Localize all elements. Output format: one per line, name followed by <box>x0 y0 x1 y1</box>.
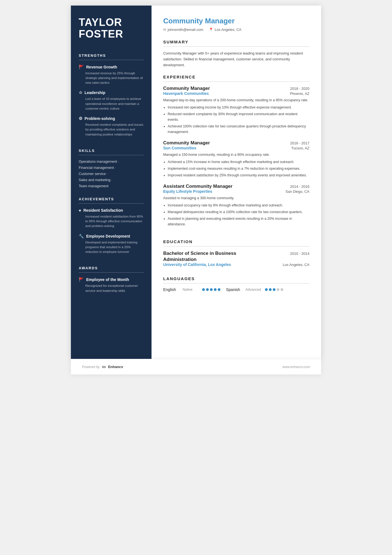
language-item: English Native <box>163 287 220 292</box>
experience-title: EXPERIENCE <box>163 75 309 79</box>
dot <box>202 288 205 291</box>
awards-list: 🚩 Employee of the Month Recognized for e… <box>79 277 144 293</box>
skills-title: SKILLS <box>79 149 144 153</box>
skill-item: Operations management · <box>79 160 144 164</box>
location-text: Los Angeles, CA <box>215 28 241 32</box>
exp-location: Tucson, AZ <box>291 146 309 150</box>
exp-bullets: Achieved a 15% increase in home sales th… <box>163 159 309 178</box>
skill-item: Sales and marketing · <box>79 178 144 182</box>
exp-dates: 2018 - 2020 <box>290 87 309 91</box>
email-contact: ✉ johnsmith@email.com <box>163 28 203 32</box>
experience-section: EXPERIENCE Community Manager 2018 - 2020… <box>163 75 309 233</box>
footer-left: Powered by ∞ Enhancv <box>82 364 123 370</box>
job-title: Community Manager <box>163 17 309 25</box>
strength-desc: Increased revenue by 25% through strateg… <box>79 71 144 85</box>
exp-job-title: Assistant Community Manager <box>163 184 232 189</box>
main-header: Community Manager ✉ johnsmith@email.com … <box>163 17 309 32</box>
candidate-name: TAYLOR FOSTER <box>79 17 144 40</box>
dot <box>265 288 268 291</box>
location-icon: 📍 <box>209 28 213 32</box>
edu-degree: Bachelor of Science in Business Administ… <box>163 250 258 262</box>
footer-website: www.enhancv.com <box>282 365 310 369</box>
lang-level: Native <box>183 288 199 292</box>
lang-name: English <box>163 287 180 292</box>
exp-company: Equity Lifestyle Properties <box>163 189 212 194</box>
exp-job-title: Community Manager <box>163 140 210 146</box>
edu-school: University of California, Los Angeles <box>163 262 231 267</box>
strength-title: Leadership <box>85 90 105 95</box>
strength-title: Problem-solving <box>85 116 115 121</box>
skill-item: Team management <box>79 184 144 188</box>
strength-title: Revenue Growth <box>86 65 117 69</box>
strengths-section: STRENGTHS 🚩 Revenue Growth Increased rev… <box>79 53 144 142</box>
lang-level: Advanced <box>245 288 262 292</box>
gear-icon: ⚙ <box>79 116 82 121</box>
dot <box>269 288 272 291</box>
experience-item: Community Manager 2018 - 2020 Havenpark … <box>163 86 309 135</box>
summary-section: SUMMARY Community Manager with 5+ years … <box>163 40 309 68</box>
education-title: EDUCATION <box>163 239 309 244</box>
strength-item: ☆ Leadership Led a team of 10 employees … <box>79 90 144 111</box>
exp-location: San Diego, CA <box>286 189 309 194</box>
award-title: Employee of the Month <box>86 277 129 282</box>
exp-desc: Managed a 150-home community, resulting … <box>163 152 309 157</box>
bullet-item: Increased occupancy rate by 8% through e… <box>168 203 309 208</box>
exp-bullets: Increased occupancy rate by 8% through e… <box>163 203 309 227</box>
experience-item: Assistant Community Manager 2014 - 2016 … <box>163 184 309 227</box>
strength-item: 🚩 Revenue Growth Increased revenue by 25… <box>79 65 144 85</box>
bullet-item: Improved resident satisfaction by 25% th… <box>168 172 309 178</box>
lang-name: Spanish <box>226 287 243 292</box>
exp-job-title: Community Manager <box>163 86 210 91</box>
education-item: Bachelor of Science in Business Administ… <box>163 250 309 267</box>
heart-icon: ♥ <box>79 208 81 213</box>
language-item: Spanish Advanced <box>226 287 283 292</box>
achievement-desc: Increased resident satisfaction from 80%… <box>79 214 144 229</box>
strength-item: ⚙ Problem-solving Resolved resident comp… <box>79 116 144 137</box>
edu-location: Los Angeles, CA <box>283 263 309 267</box>
exp-company: Havenpark Communities <box>163 91 209 96</box>
languages-row: English Native Spanish Advance <box>163 287 309 292</box>
education-section: EDUCATION Bachelor of Science in Busines… <box>163 239 309 270</box>
dot <box>214 288 217 291</box>
languages-section: LANGUAGES English Native <box>163 276 309 292</box>
skill-item: Financial management · <box>79 166 144 170</box>
bullet-item: Implemented cost-saving measures resulti… <box>168 166 309 171</box>
exp-company: Sun Communities <box>163 146 196 150</box>
strength-desc: Resolved resident complaints and issues … <box>79 122 144 137</box>
experience-item: Community Manager 2016 - 2017 Sun Commun… <box>163 140 309 178</box>
footer: Powered by ∞ Enhancv www.enhancv.com <box>71 359 321 374</box>
bullet-item: Achieved a 15% increase in home sales th… <box>168 159 309 165</box>
edu-dates: 2010 - 2014 <box>290 251 309 256</box>
awards-section: AWARDS 🚩 Employee of the Month Recognize… <box>79 266 144 297</box>
email-icon: ✉ <box>163 28 166 32</box>
strengths-list: 🚩 Revenue Growth Increased revenue by 25… <box>79 65 144 137</box>
bullet-item: Managed delinquencies resulting in a 100… <box>168 209 309 215</box>
dot <box>218 288 220 291</box>
languages-title: LANGUAGES <box>163 276 309 281</box>
brand-name: Enhancv <box>108 365 123 369</box>
summary-title: SUMMARY <box>163 40 309 44</box>
achievement-item: ♥ Resident Satisfaction Increased reside… <box>79 208 144 229</box>
achievement-item: 🔧 Employee Development Developed and imp… <box>79 234 144 255</box>
achievement-desc: Developed and implemented training progr… <box>79 240 144 255</box>
strength-desc: Led a team of 10 employees to achieve op… <box>79 97 144 111</box>
achievements-section: ACHIEVEMENTS ♥ Resident Satisfaction Inc… <box>79 197 144 260</box>
enhancv-logo-icon: ∞ <box>102 364 106 370</box>
skills-section: SKILLS Operations management · Financial… <box>79 149 144 190</box>
exp-desc: Assisted in managing a 300-home communit… <box>163 195 309 201</box>
exp-desc: Managed day-to-day operations of a 200-h… <box>163 97 309 103</box>
bullet-item: Reduced resident complaints by 30% throu… <box>168 111 309 122</box>
main-content: Community Manager ✉ johnsmith@email.com … <box>152 6 321 359</box>
awards-title: AWARDS <box>79 266 144 270</box>
achievements-list: ♥ Resident Satisfaction Increased reside… <box>79 208 144 255</box>
flag2-icon: 🚩 <box>79 277 84 282</box>
skill-item: Customer service · <box>79 172 144 176</box>
exp-location: Phoenix, AZ <box>290 92 309 96</box>
strengths-title: STRENGTHS <box>79 53 144 58</box>
dot <box>277 288 279 291</box>
lang-dots <box>202 288 220 291</box>
exp-bullets: Increased net operating income by 10% th… <box>163 105 309 135</box>
award-item: 🚩 Employee of the Month Recognized for e… <box>79 277 144 293</box>
star-icon: ☆ <box>79 90 82 95</box>
powered-by-text: Powered by <box>82 365 100 369</box>
